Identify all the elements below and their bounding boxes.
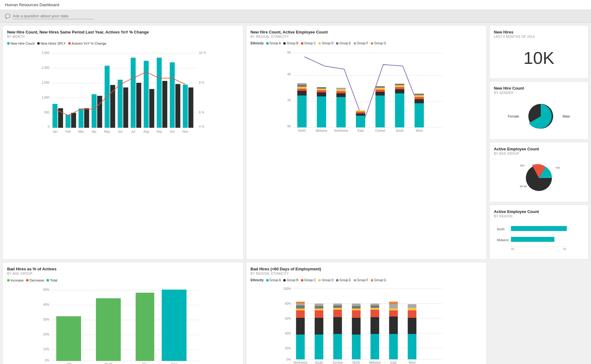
svg-text:South: South (396, 129, 404, 132)
new-hires-title: New Hires (494, 30, 584, 34)
svg-rect-65 (317, 90, 326, 92)
svg-rect-68 (336, 97, 346, 127)
svg-text:South: South (315, 361, 323, 364)
svg-rect-84 (395, 87, 404, 89)
svg-rect-147 (296, 310, 305, 318)
svg-rect-16 (52, 104, 57, 128)
legend2-group-b: Group B (283, 278, 298, 282)
svg-rect-174 (370, 305, 379, 308)
svg-rect-163 (333, 304, 342, 305)
svg-rect-128 (162, 290, 186, 361)
svg-rect-67 (317, 87, 326, 89)
legend-decrease: Decrease (26, 278, 44, 282)
svg-text:North: North (497, 228, 504, 231)
svg-rect-24 (157, 58, 162, 128)
svg-rect-64 (317, 92, 326, 96)
svg-rect-61 (297, 85, 307, 87)
total-label: Total (50, 278, 57, 282)
svg-rect-83 (395, 89, 404, 93)
right-column: New Hires LAST 6 MONTHS OF 2014 10K New … (489, 25, 589, 260)
svg-rect-70 (336, 91, 346, 93)
svg-text:2K: 2K (287, 99, 291, 102)
legend2-group-e: Group E (336, 278, 351, 282)
new-hires-subtitle: LAST 6 MONTHS OF 2014 (494, 35, 584, 38)
chart2-svg: 0K 2K 4K 6K (251, 47, 482, 134)
svg-rect-167 (352, 309, 360, 310)
svg-rect-23 (144, 61, 149, 128)
svg-rect-107 (511, 226, 567, 231)
increase-label: Increase (11, 278, 24, 282)
active-region-card: Active Employee Count BY REGION North Mi… (489, 205, 589, 260)
svg-rect-66 (317, 89, 326, 90)
svg-rect-87 (414, 103, 424, 127)
app-title: Human Resources Dashboard (5, 2, 59, 7)
legend-group-f: Group F (354, 42, 369, 45)
svg-rect-158 (333, 334, 342, 359)
svg-rect-162 (333, 305, 342, 308)
svg-rect-18 (78, 109, 83, 128)
svg-rect-146 (296, 318, 305, 335)
svg-rect-175 (370, 304, 379, 305)
svg-text:5K: 5K (563, 247, 566, 251)
svg-rect-150 (296, 304, 305, 305)
svg-rect-165 (352, 318, 360, 335)
svg-rect-127 (136, 293, 154, 361)
svg-text:10 %: 10 % (199, 51, 206, 55)
svg-text:West: West (415, 129, 423, 132)
legend-group-a: Group A (266, 42, 281, 45)
svg-rect-36 (175, 84, 180, 128)
svg-text:Jan: Jan (52, 130, 57, 133)
svg-rect-35 (162, 81, 167, 128)
legend2-group-a: Group A (266, 278, 281, 282)
legend-new-hire-count: New Hire Count (7, 42, 35, 45)
svg-rect-109 (511, 237, 554, 242)
svg-text:80%: 80% (285, 302, 291, 305)
svg-rect-78 (375, 92, 385, 95)
region-bar-svg: North Midwest 0K 5K (494, 224, 584, 251)
svg-rect-182 (408, 334, 416, 359)
svg-rect-89 (414, 97, 424, 99)
active-age-title: Active Employee Count (494, 147, 584, 151)
svg-rect-180 (389, 304, 398, 309)
active-region-subtitle: BY REGION (494, 215, 584, 218)
svg-rect-19 (92, 94, 96, 128)
svg-rect-58 (297, 91, 307, 95)
gender-subtitle: BY GENDER (494, 91, 584, 95)
ethnicity-label2: Ethnicity (251, 278, 264, 282)
svg-text:Feb: Feb (65, 130, 71, 133)
chart4-legend: Ethnicity Group A Group B Group C Group … (251, 278, 482, 282)
svg-text:30%: 30% (43, 318, 49, 321)
svg-rect-75 (356, 112, 365, 113)
chart2-subtitle: BY REGION, ETHNICITY (251, 35, 482, 38)
chart3-subtitle: BY AGE GROUP (7, 272, 239, 275)
svg-rect-91 (414, 94, 424, 95)
legend-actives-yoy: Actives YoY % Change (68, 42, 106, 45)
svg-rect-153 (315, 318, 323, 335)
svg-text:Midwest: Midwest (316, 129, 327, 132)
legend2-group-g: Group G (371, 278, 386, 282)
svg-rect-74 (356, 113, 365, 116)
svg-rect-71 (336, 89, 346, 91)
svg-text:Aug: Aug (143, 130, 149, 133)
svg-text:8 %: 8 % (199, 81, 204, 84)
svg-rect-57 (297, 95, 307, 127)
svg-rect-22 (131, 58, 136, 128)
bad-hires-pct-card: Bad Hires as % of Actives BY AGE GROUP I… (2, 262, 244, 364)
svg-rect-145 (296, 335, 305, 359)
svg-rect-186 (408, 304, 416, 308)
decrease-label: Decrease (29, 278, 44, 282)
svg-rect-149 (296, 305, 305, 309)
svg-text:500: 500 (44, 111, 50, 114)
svg-text:30-49: 30-49 (104, 362, 112, 364)
active-region-title: Active Employee Count (494, 209, 584, 214)
dashboard: New Hire Count, New Hires Same Period La… (0, 23, 591, 364)
svg-text:North: North (352, 361, 360, 364)
chart2-area: 0K 2K 4K 6K (251, 47, 482, 135)
svg-rect-76 (356, 110, 365, 112)
search-input[interactable] (13, 13, 93, 19)
svg-rect-179 (389, 309, 398, 310)
app-header: Human Resources Dashboard (0, 0, 591, 10)
gender-pie (522, 101, 559, 132)
chart4-area: 100% 80% 60% 40% 20% 0% (251, 284, 482, 364)
legend-new-hires-sply: New Hires SPLY (37, 42, 66, 45)
